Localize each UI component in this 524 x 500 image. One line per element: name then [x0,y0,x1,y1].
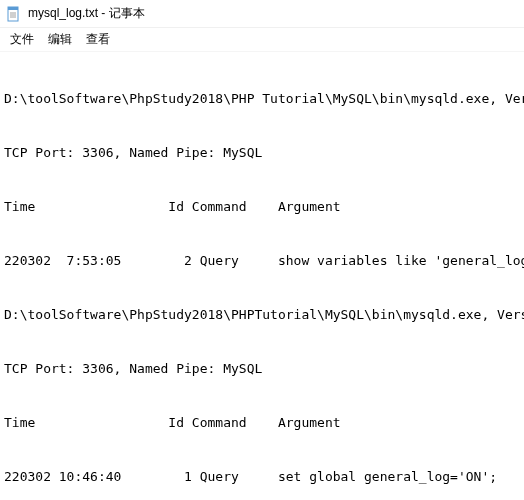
log-content[interactable]: D:\toolSoftware\PhpStudy2018\PHP Tutoria… [0,52,524,500]
menu-edit[interactable]: 编辑 [48,31,72,48]
log-line: Time Id Command Argument [4,414,520,432]
menubar: 文件 编辑 查看 [0,28,524,52]
log-line: D:\toolSoftware\PhpStudy2018\PHP Tutoria… [4,90,520,108]
window-title: mysql_log.txt - 记事本 [28,5,145,22]
window-titlebar: mysql_log.txt - 记事本 [0,0,524,28]
log-line: 220302 10:46:40 1 Query set global gener… [4,468,520,486]
log-line: 220302 7:53:05 2 Query show variables li… [4,252,520,270]
notepad-icon [6,6,22,22]
svg-rect-1 [8,7,18,10]
log-line: Time Id Command Argument [4,198,520,216]
log-line: D:\toolSoftware\PhpStudy2018\PHPTutorial… [4,306,520,324]
menu-file[interactable]: 文件 [10,31,34,48]
log-line: TCP Port: 3306, Named Pipe: MySQL [4,360,520,378]
log-line: TCP Port: 3306, Named Pipe: MySQL [4,144,520,162]
menu-view[interactable]: 查看 [86,31,110,48]
